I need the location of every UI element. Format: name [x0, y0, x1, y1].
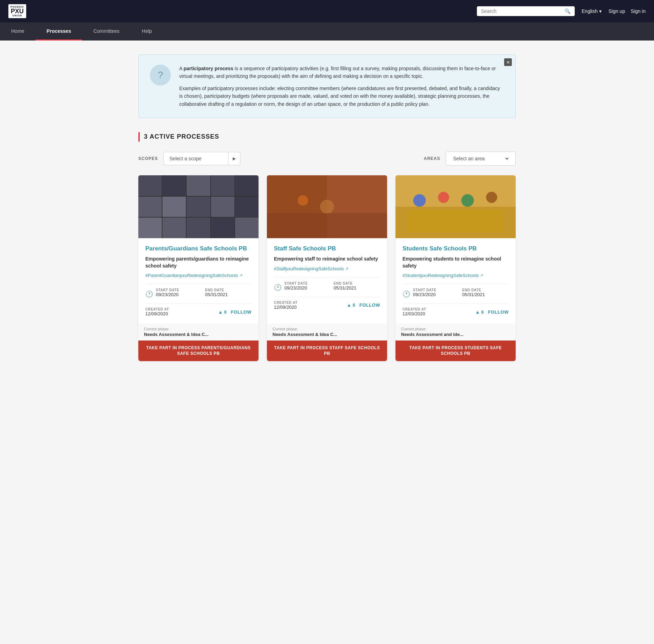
- card-hashtag-2[interactable]: #StaffpxuRedesigningSafeSchools ↗: [274, 266, 380, 271]
- card-footer-3: CREATED AT 12/03/2020 ▲ 6 FOLLOW: [402, 303, 509, 316]
- start-date-block-2: START DATE 09/23/2020: [284, 281, 331, 291]
- cta-button-3[interactable]: TAKE PART IN PROCESS STUDENTS SAFE SCHOO…: [395, 341, 516, 361]
- svg-point-4: [346, 195, 356, 206]
- clock-icon-2: 🕐: [274, 284, 282, 291]
- info-paragraph-2: Examples of participatory processes incl…: [179, 85, 504, 108]
- svg-rect-5: [267, 213, 387, 238]
- card-description-2: Empowering staff to reimagine school saf…: [274, 256, 380, 263]
- area-filter[interactable]: Select an area: [446, 152, 516, 166]
- clock-icon-3: 🕐: [402, 290, 410, 298]
- card-description-1: Empowering parents/guardians to reimagin…: [145, 256, 252, 269]
- scopes-label: SCOPES: [138, 156, 158, 161]
- start-date-block-3: START DATE 09/23/2020: [413, 288, 459, 297]
- card-hashtag-3[interactable]: #StudentpxuRedesigningSafeSchools ↗: [402, 273, 509, 278]
- language-selector[interactable]: English ▾: [582, 8, 602, 14]
- card-phase-1: Current phase: Needs Assessment & Idea C…: [138, 323, 259, 341]
- search-icon: 🔍: [565, 8, 571, 14]
- close-button[interactable]: ✕: [504, 58, 512, 66]
- filters-bar: SCOPES Select a scope ▶ AREAS Select an …: [138, 152, 516, 166]
- nav-help[interactable]: Help: [131, 22, 163, 41]
- card-body-1: Parents/Guardians Safe Schools PB Empowe…: [138, 238, 259, 323]
- created-block-3: CREATED AT 12/03/2020: [402, 307, 471, 316]
- nav-committees[interactable]: Committees: [82, 22, 131, 41]
- logo[interactable]: PHOENIX PXU UNION: [8, 4, 26, 18]
- logo-box: PHOENIX PXU UNION: [8, 4, 26, 18]
- card-image-students: [395, 175, 516, 238]
- start-date-block-1: START DATE 09/23/2020: [156, 288, 202, 297]
- search-box: 🔍: [477, 6, 575, 16]
- card-dates-3: 🕐 START DATE 09/23/2020 END DATE 05/31/2…: [402, 288, 509, 300]
- areas-label: AREAS: [424, 156, 440, 161]
- followers-2: ▲ 0: [347, 302, 355, 308]
- card-body-3: Students Safe Schools PB Empowering stud…: [395, 238, 516, 323]
- end-date-block-1: END DATE 05/31/2021: [205, 288, 252, 297]
- followers-icon-3: ▲: [475, 309, 480, 315]
- process-card-3: Students Safe Schools PB Empowering stud…: [395, 175, 516, 361]
- svg-point-11: [486, 192, 497, 203]
- end-date-block-2: END DATE 05/31/2021: [334, 281, 380, 291]
- card-image-mosaic: [138, 175, 259, 238]
- created-block-2: CREATED AT 12/09/2020: [274, 301, 343, 310]
- title-bar: [138, 132, 140, 142]
- logo-union: UNION: [12, 14, 22, 17]
- scope-arrow-icon: ▶: [228, 153, 240, 164]
- card-phase-2: Current phase: Needs Assessment & Idea C…: [267, 323, 387, 341]
- card-title-3[interactable]: Students Safe Schools PB: [402, 245, 509, 252]
- signin-link[interactable]: Sign in: [631, 8, 646, 14]
- external-link-icon: ↗: [239, 273, 242, 278]
- followers-icon-2: ▲: [347, 302, 351, 308]
- search-input[interactable]: [481, 8, 562, 14]
- signup-link[interactable]: Sign up: [609, 8, 625, 14]
- section-heading: 3 ACTIVE PROCESSES: [144, 133, 219, 140]
- card-dates-1: 🕐 START DATE 09/23/2020 END DATE 05/31/2…: [145, 288, 252, 300]
- card-meta-2: 🕐 START DATE 09/23/2020 END DATE 05/31/2…: [274, 277, 380, 310]
- processes-grid: Parents/Guardians Safe Schools PB Empowe…: [138, 175, 516, 361]
- nav-home[interactable]: Home: [0, 22, 35, 41]
- followers-1: ▲ 0: [218, 309, 227, 315]
- external-link-icon-3: ↗: [480, 273, 483, 278]
- header-auth: Sign up Sign in: [609, 8, 646, 14]
- follow-button-2[interactable]: FOLLOW: [359, 302, 380, 308]
- process-card-2: Staff Safe Schools PB Empowering staff t…: [267, 175, 387, 361]
- card-image-group: [267, 175, 387, 238]
- language-label: English: [582, 8, 598, 14]
- svg-point-3: [320, 200, 334, 214]
- card-hashtag-1[interactable]: #ParentGuardianpxuRedesigningSafeSchools…: [145, 273, 252, 278]
- svg-point-2: [298, 195, 308, 206]
- followers-3: ▲ 6: [475, 309, 484, 315]
- header: PHOENIX PXU UNION 🔍 English ▾ Sign up Si…: [0, 0, 654, 22]
- main-nav: Home Processes Committees Help: [0, 22, 654, 41]
- group-photo-svg: [267, 175, 387, 238]
- card-title-2[interactable]: Staff Safe Schools PB: [274, 245, 380, 252]
- clock-icon-1: 🕐: [145, 290, 153, 298]
- process-card-1: Parents/Guardians Safe Schools PB Empowe…: [138, 175, 259, 361]
- followers-icon-1: ▲: [218, 309, 223, 315]
- cta-button-1[interactable]: TAKE PART IN PROCESS PARENTS/GUARDIANS S…: [138, 341, 259, 361]
- card-description-3: Empowering students to reimagine school …: [402, 256, 509, 269]
- card-footer-1: CREATED AT 12/09/2020 ▲ 0 FOLLOW: [145, 303, 252, 316]
- follow-button-3[interactable]: FOLLOW: [488, 309, 509, 315]
- created-block-1: CREATED AT 12/09/2020: [145, 307, 214, 316]
- nav-processes[interactable]: Processes: [35, 22, 82, 41]
- info-box: ✕ ? A participatory process is a sequenc…: [138, 54, 516, 118]
- card-dates-2: 🕐 START DATE 09/23/2020 END DATE 05/31/2…: [274, 281, 380, 293]
- section-title: 3 ACTIVE PROCESSES: [138, 132, 516, 142]
- cta-button-2[interactable]: TAKE PART IN PROCESS STAFF SAFE SCHOOLS …: [267, 341, 387, 361]
- card-meta-3: 🕐 START DATE 09/23/2020 END DATE 05/31/2…: [402, 284, 509, 316]
- chevron-down-icon: ▾: [599, 8, 602, 14]
- card-footer-2: CREATED AT 12/09/2020 ▲ 0 FOLLOW: [274, 297, 380, 310]
- question-icon: ?: [150, 65, 171, 86]
- card-body-2: Staff Safe Schools PB Empowering staff t…: [267, 238, 387, 323]
- scope-filter[interactable]: Select a scope ▶: [164, 152, 240, 165]
- card-meta-1: 🕐 START DATE 09/23/2020 END DATE 05/31/2…: [145, 284, 252, 316]
- svg-point-8: [413, 194, 426, 207]
- svg-point-10: [461, 194, 474, 207]
- card-phase-3: Current phase: Needs Assessment and Ide.…: [395, 323, 516, 341]
- card-title-1[interactable]: Parents/Guardians Safe Schools PB: [145, 245, 252, 252]
- main-content: ✕ ? A participatory process is a sequenc…: [131, 41, 523, 375]
- svg-point-9: [438, 192, 449, 203]
- students-photo-svg: [395, 175, 516, 238]
- follow-button-1[interactable]: FOLLOW: [231, 309, 252, 315]
- area-select[interactable]: Select an area: [452, 155, 510, 162]
- svg-rect-12: [407, 210, 503, 232]
